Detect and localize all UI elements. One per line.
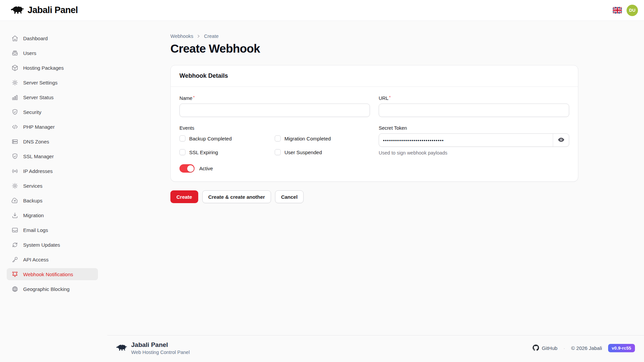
sidebar-item-ip-addresses[interactable]: IP Addresses bbox=[7, 165, 98, 177]
language-flag-icon[interactable] bbox=[613, 7, 622, 13]
inbox-icon bbox=[11, 226, 19, 234]
name-input[interactable] bbox=[179, 104, 370, 117]
sidebar-item-label: PHP Manager bbox=[23, 124, 55, 130]
sidebar-item-label: Hosting Packages bbox=[23, 65, 64, 71]
url-label: URL* bbox=[379, 96, 569, 101]
breadcrumb: Webhooks Create bbox=[170, 34, 578, 39]
sidebar-item-security[interactable]: Security bbox=[7, 106, 98, 118]
event-option-label: SSL Expiring bbox=[189, 149, 218, 155]
sidebar-item-label: API Access bbox=[23, 257, 49, 262]
version-badge: v0.9-rc55 bbox=[608, 344, 635, 352]
sidebar-item-dashboard[interactable]: Dashboard bbox=[7, 32, 98, 44]
github-icon bbox=[533, 345, 539, 352]
arrow-path-icon bbox=[11, 241, 19, 249]
arrow-down-tray-icon bbox=[11, 211, 19, 219]
event-option-backup-completed[interactable]: Backup Completed bbox=[179, 135, 275, 141]
event-option-label: User Suspended bbox=[284, 149, 322, 155]
copyright-text: © 2026 Jabali bbox=[571, 345, 602, 351]
footer: Jabali Panel Web Hosting Control Panel G… bbox=[107, 335, 644, 362]
required-asterisk: * bbox=[389, 96, 391, 100]
sidebar-item-label: Users bbox=[23, 50, 36, 56]
footer-tagline: Web Hosting Control Panel bbox=[131, 350, 190, 355]
sidebar-item-geographic-blocking[interactable]: Geographic Blocking bbox=[7, 283, 98, 295]
sidebar-item-label: Dashboard bbox=[23, 36, 48, 41]
page-title: Create Webhook bbox=[170, 42, 578, 55]
sidebar-item-label: Migration bbox=[23, 213, 44, 218]
sidebar-item-label: Geographic Blocking bbox=[23, 286, 69, 292]
secret-token-input[interactable] bbox=[379, 133, 569, 147]
sidebar-item-label: Email Logs bbox=[23, 227, 48, 233]
sidebar-item-email-logs[interactable]: Email Logs bbox=[7, 224, 98, 236]
secret-token-helper: Used to sign webhook payloads bbox=[379, 150, 569, 156]
checkbox-icon[interactable] bbox=[275, 135, 281, 141]
sidebar-item-users[interactable]: Users bbox=[7, 47, 98, 59]
app-logo[interactable]: Jabali Panel bbox=[10, 5, 78, 16]
secret-token-label: Secret Token bbox=[379, 125, 569, 131]
sidebar: DashboardUsersHosting PackagesServer Set… bbox=[0, 21, 105, 298]
breadcrumb-webhooks[interactable]: Webhooks bbox=[170, 34, 193, 39]
server-stack-icon bbox=[11, 137, 19, 145]
app-title: Jabali Panel bbox=[28, 5, 78, 15]
breadcrumb-create: Create bbox=[204, 34, 219, 39]
sidebar-item-hosting-packages[interactable]: Hosting Packages bbox=[7, 62, 98, 74]
sidebar-item-dns-zones[interactable]: DNS Zones bbox=[7, 135, 98, 147]
event-option-user-suspended[interactable]: User Suspended bbox=[275, 149, 370, 155]
checkbox-icon[interactable] bbox=[179, 149, 185, 155]
topbar-right: DU bbox=[613, 5, 638, 16]
sidebar-item-backups[interactable]: Backups bbox=[7, 194, 98, 206]
boar-logo-icon bbox=[10, 5, 24, 16]
url-input[interactable] bbox=[379, 104, 569, 117]
shield-check-icon bbox=[11, 152, 19, 160]
create-button[interactable]: Create bbox=[170, 190, 198, 203]
events-section: Events Backup CompletedMigration Complet… bbox=[179, 125, 370, 173]
webhook-details-card: Webhook Details Name* bbox=[170, 65, 578, 182]
form-actions: Create Create & create another Cancel bbox=[170, 190, 578, 203]
card-title: Webhook Details bbox=[179, 72, 569, 79]
events-label: Events bbox=[179, 125, 370, 131]
dot-separator: · bbox=[564, 345, 565, 351]
sidebar-item-api-access[interactable]: API Access bbox=[7, 253, 98, 265]
sidebar-item-label: DNS Zones bbox=[23, 139, 49, 144]
sidebar-item-label: Backups bbox=[23, 198, 43, 203]
event-option-ssl-expiring[interactable]: SSL Expiring bbox=[179, 149, 275, 155]
reveal-password-button[interactable] bbox=[553, 134, 569, 146]
sidebar-item-label: Server Settings bbox=[23, 80, 58, 85]
active-toggle-row: Active bbox=[179, 164, 370, 173]
checkbox-icon[interactable] bbox=[275, 149, 281, 155]
eye-icon bbox=[557, 136, 565, 144]
sidebar-item-services[interactable]: Services bbox=[7, 180, 98, 192]
sidebar-item-server-settings[interactable]: Server Settings bbox=[7, 76, 98, 88]
checkbox-icon[interactable] bbox=[179, 135, 185, 141]
user-avatar[interactable]: DU bbox=[627, 5, 638, 16]
sidebar-item-ssl-manager[interactable]: SSL Manager bbox=[7, 150, 98, 162]
sidebar-item-system-updates[interactable]: System Updates bbox=[7, 239, 98, 251]
name-field-wrapper: Name* bbox=[179, 96, 370, 117]
sidebar-item-label: Security bbox=[23, 109, 41, 115]
create-and-create-another-button[interactable]: Create & create another bbox=[202, 190, 271, 203]
toggle-knob bbox=[187, 165, 194, 172]
sidebar-item-label: IP Addresses bbox=[23, 168, 53, 174]
url-field-wrapper: URL* bbox=[379, 96, 569, 117]
sidebar-item-webhook-notifications[interactable]: Webhook Notifications bbox=[7, 268, 98, 280]
shield-check-icon bbox=[11, 108, 19, 116]
name-label: Name* bbox=[179, 96, 370, 101]
sidebar-item-server-status[interactable]: Server Status bbox=[7, 91, 98, 103]
cog-icon bbox=[11, 78, 19, 86]
cancel-button[interactable]: Cancel bbox=[275, 190, 304, 203]
sidebar-item-label: Webhook Notifications bbox=[23, 272, 73, 277]
cloud-arrow-up-icon bbox=[11, 196, 19, 204]
sidebar-item-label: System Updates bbox=[23, 242, 60, 248]
bar-chart-icon bbox=[11, 93, 19, 101]
sidebar-item-migration[interactable]: Migration bbox=[7, 209, 98, 221]
active-toggle[interactable] bbox=[179, 164, 195, 173]
github-link[interactable]: GitHub bbox=[533, 345, 557, 352]
event-option-migration-completed[interactable]: Migration Completed bbox=[275, 135, 370, 141]
cube-icon bbox=[11, 64, 19, 72]
secret-token-field-wrapper: Secret Token bbox=[379, 125, 569, 156]
inbox-stack-icon bbox=[11, 49, 19, 57]
event-option-label: Backup Completed bbox=[189, 136, 232, 141]
card-header: Webhook Details bbox=[171, 65, 578, 87]
globe-icon bbox=[11, 285, 19, 293]
key-icon bbox=[11, 255, 19, 263]
sidebar-item-php-manager[interactable]: PHP Manager bbox=[7, 121, 98, 133]
